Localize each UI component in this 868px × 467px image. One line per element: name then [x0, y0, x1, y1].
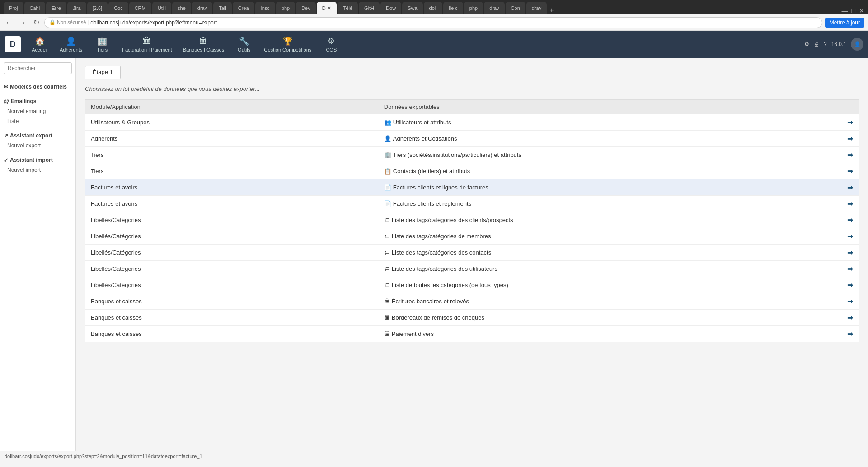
browser-tab-dev[interactable]: Dev: [296, 2, 316, 14]
nav-item-tiers[interactable]: 🏢 Tiers: [89, 33, 116, 55]
minimize-button[interactable]: —: [842, 7, 848, 14]
browser-tab-drav1[interactable]: drav: [192, 2, 212, 14]
select-row-arrow[interactable]: ➡: [847, 232, 853, 240]
table-cell-action[interactable]: ➡: [842, 131, 859, 147]
select-row-arrow[interactable]: ➡: [847, 118, 853, 126]
select-row-arrow[interactable]: ➡: [847, 330, 853, 338]
table-row[interactable]: Libellés/Catégories🏷Liste de toutes les …: [85, 277, 859, 293]
table-row[interactable]: Factures et avoirs📄Factures clients et l…: [85, 179, 859, 196]
table-row[interactable]: Libellés/Catégories🏷Liste des tags/catég…: [85, 228, 859, 245]
table-cell-action[interactable]: ➡: [842, 196, 859, 212]
table-row[interactable]: Libellés/Catégories🏷Liste des tags/catég…: [85, 245, 859, 261]
select-row-arrow[interactable]: ➡: [847, 297, 853, 305]
print-icon[interactable]: 🖨: [814, 41, 819, 47]
table-header-data: Données exportables: [379, 100, 842, 114]
browser-tab-tele[interactable]: Télé: [338, 2, 358, 14]
browser-tab-erre[interactable]: Erre: [46, 2, 66, 14]
nav-item-outils[interactable]: 🔧 Outils: [230, 33, 258, 55]
data-icon: 🏛: [384, 330, 390, 337]
browser-tab-php1[interactable]: php: [276, 2, 295, 14]
table-cell-action[interactable]: ➡: [842, 114, 859, 131]
table-cell-action[interactable]: ➡: [842, 245, 859, 261]
back-button[interactable]: ←: [4, 17, 14, 28]
select-row-arrow[interactable]: ➡: [847, 249, 853, 256]
table-row[interactable]: Adhérents👤Adhérents et Cotisations➡: [85, 131, 859, 147]
table-cell-action[interactable]: ➡: [842, 212, 859, 228]
table-cell-action[interactable]: ➡: [842, 310, 859, 326]
select-row-arrow[interactable]: ➡: [847, 265, 853, 273]
table-cell-action[interactable]: ➡: [842, 261, 859, 277]
browser-tab-she[interactable]: she: [172, 2, 191, 14]
maximize-button[interactable]: □: [852, 7, 855, 14]
table-row[interactable]: Tiers🏢Tiers (sociétés/institutions/parti…: [85, 147, 859, 163]
browser-tab-doli[interactable]: doli: [424, 2, 442, 14]
table-row[interactable]: Factures et avoirs📄Factures clients et r…: [85, 196, 859, 212]
browser-tab-jira[interactable]: Jira: [67, 2, 86, 14]
sidebar-link-liste[interactable]: Liste: [4, 116, 72, 126]
browser-tab-con[interactable]: Con: [506, 2, 525, 14]
address-bar[interactable]: 🔒 Non sécurisé | dolibarr.cosjudo/export…: [44, 17, 822, 28]
table-cell-action[interactable]: ➡: [842, 147, 859, 163]
table-row[interactable]: Utilisateurs & Groupes👥Utilisateurs et a…: [85, 114, 859, 131]
browser-tab-utili[interactable]: Utili: [152, 2, 171, 14]
nav-item-banques[interactable]: 🏛 Banques | Caisses: [178, 34, 229, 55]
browser-tab-proj[interactable]: Proj: [4, 2, 23, 14]
nav-item-facturation[interactable]: 🏛 Facturation | Paiement: [117, 34, 176, 55]
table-row[interactable]: Libellés/Catégories🏷Liste des tags/catég…: [85, 261, 859, 277]
browser-tab-swa[interactable]: Swa: [402, 2, 422, 14]
select-row-arrow[interactable]: ➡: [847, 151, 853, 159]
table-row[interactable]: Banques et caisses🏛Écritures bancaires e…: [85, 293, 859, 310]
select-row-arrow[interactable]: ➡: [847, 135, 853, 142]
select-row-arrow[interactable]: ➡: [847, 216, 853, 224]
search-input[interactable]: [4, 62, 72, 74]
browser-tab-26[interactable]: [2.6]: [87, 2, 108, 14]
browser-tab-dow[interactable]: Dow: [380, 2, 401, 14]
tab-bar: Étape 1: [85, 65, 859, 78]
sidebar-link-nouvel-import[interactable]: Nouvel import: [4, 165, 72, 175]
nav-item-competitions[interactable]: 🏆 Gestion Compétitions: [259, 33, 316, 55]
browser-tab-d-active[interactable]: D ✕: [317, 2, 337, 14]
table-row[interactable]: Tiers📋Contacts (de tiers) et attributs➡: [85, 163, 859, 179]
help-icon[interactable]: ?: [824, 41, 827, 47]
browser-tab-drav2[interactable]: drav: [484, 2, 504, 14]
browser-tab-insc[interactable]: Insc: [255, 2, 275, 14]
table-cell-action[interactable]: ➡: [842, 179, 859, 196]
sidebar-link-nouvel-emailing[interactable]: Nouvel emailing: [4, 106, 72, 116]
browser-tab-tail[interactable]: Tail: [213, 2, 232, 14]
refresh-button[interactable]: ↻: [31, 17, 42, 28]
table-cell-action[interactable]: ➡: [842, 326, 859, 342]
adherents-icon: 👤: [66, 36, 76, 46]
table-cell-action[interactable]: ➡: [842, 293, 859, 310]
browser-tab-php2[interactable]: php: [464, 2, 483, 14]
browser-tab-coc[interactable]: Coc: [108, 2, 128, 14]
new-tab-button[interactable]: +: [549, 6, 554, 14]
update-button[interactable]: Mettre à jour: [825, 18, 864, 28]
tab-etape1[interactable]: Étape 1: [85, 66, 121, 79]
browser-tab-ilec[interactable]: Ile c: [443, 2, 463, 14]
browser-tab-crm[interactable]: CRM: [129, 2, 151, 14]
nav-item-accueil[interactable]: 🏠 Accueil: [26, 33, 53, 55]
settings-icon[interactable]: ⚙: [804, 41, 809, 47]
forward-button[interactable]: →: [17, 17, 28, 28]
select-row-arrow[interactable]: ➡: [847, 281, 853, 289]
sidebar-link-nouvel-export[interactable]: Nouvel export: [4, 141, 72, 151]
table-cell-action[interactable]: ➡: [842, 228, 859, 245]
browser-tab-github[interactable]: GitH: [359, 2, 380, 14]
nav-item-adherents[interactable]: 👤 Adhérents: [55, 33, 87, 55]
table-row[interactable]: Banques et caisses🏛Bordereaux de remises…: [85, 310, 859, 326]
select-row-arrow[interactable]: ➡: [847, 200, 853, 208]
close-button[interactable]: ✕: [859, 7, 864, 14]
browser-tab-drav3[interactable]: drav: [526, 2, 547, 14]
table-cell-action[interactable]: ➡: [842, 277, 859, 293]
app-logo[interactable]: D: [5, 36, 21, 52]
table-row[interactable]: Banques et caisses🏛Paiement divers➡: [85, 326, 859, 342]
table-row[interactable]: Libellés/Catégories🏷Liste des tags/catég…: [85, 212, 859, 228]
browser-tab-crea[interactable]: Crea: [233, 2, 254, 14]
user-avatar[interactable]: 👤: [851, 38, 863, 51]
select-row-arrow[interactable]: ➡: [847, 184, 853, 191]
table-cell-action[interactable]: ➡: [842, 163, 859, 179]
select-row-arrow[interactable]: ➡: [847, 167, 853, 175]
browser-tab-cahi[interactable]: Cahi: [24, 2, 46, 14]
nav-item-cos[interactable]: ⚙ COS: [318, 33, 345, 55]
select-row-arrow[interactable]: ➡: [847, 314, 853, 321]
